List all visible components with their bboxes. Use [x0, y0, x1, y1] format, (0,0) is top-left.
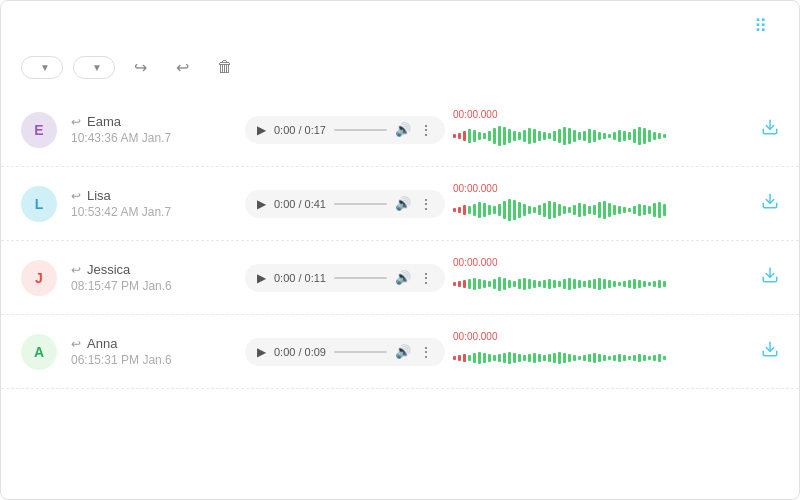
filter-contacts-dropdown[interactable]: ▼ — [21, 56, 63, 79]
play-button[interactable]: ▶ — [257, 197, 266, 211]
waveform-bar — [458, 133, 461, 139]
waveform-bar — [598, 132, 601, 140]
call-direction-icon: ↩ — [71, 263, 81, 277]
waveform-bar — [498, 277, 501, 291]
waveform-bar — [628, 208, 631, 212]
call-timestamp: 10:53:42 AM Jan.7 — [71, 205, 231, 219]
waveform-bar — [648, 206, 651, 214]
waveform-bar — [643, 128, 646, 144]
waveform-timestamp: 00:00.000 — [453, 109, 743, 120]
call-timestamp: 08:15:47 PM Jan.6 — [71, 279, 231, 293]
waveform-bar — [473, 353, 476, 363]
table-row: E↩Eama10:43:36 AM Jan.7▶0:00 / 0:17🔊⋮00:… — [1, 93, 799, 167]
waveform-bar — [453, 134, 456, 138]
waveform-bar — [498, 354, 501, 362]
play-button[interactable]: ▶ — [257, 123, 266, 137]
progress-bar[interactable] — [334, 351, 387, 353]
waveform-bar — [658, 202, 661, 218]
waveform-bar — [528, 206, 531, 214]
progress-bar[interactable] — [334, 277, 387, 279]
main-window: ⠿ ▼ ▼ ↪ ↩ 🗑 E↩Eama10:43:36 AM Jan.7▶0:00… — [0, 0, 800, 500]
waveform-bar — [588, 206, 591, 214]
waveform-bar — [478, 132, 481, 140]
waveform-bar — [633, 355, 636, 361]
waveform-bar — [488, 281, 491, 287]
waveform-bar — [603, 355, 606, 361]
back-button[interactable]: ↩ — [167, 51, 199, 83]
waveform-bar — [573, 355, 576, 361]
download-button[interactable] — [761, 340, 779, 363]
waveform-bar — [543, 355, 546, 361]
forward-button[interactable]: ↪ — [125, 51, 157, 83]
waveform-bar — [568, 278, 571, 290]
play-button[interactable]: ▶ — [257, 345, 266, 359]
grid-icon[interactable]: ⠿ — [754, 15, 769, 37]
waveform-bar — [623, 131, 626, 141]
waveform-bar — [523, 130, 526, 142]
call-info: ↩Lisa10:53:42 AM Jan.7 — [71, 188, 231, 219]
more-options-icon[interactable]: ⋮ — [419, 196, 433, 212]
filter-app-dropdown[interactable]: ▼ — [73, 56, 115, 79]
waveform-bar — [658, 133, 661, 139]
waveform-bar — [593, 205, 596, 215]
more-options-icon[interactable]: ⋮ — [419, 122, 433, 138]
volume-icon[interactable]: 🔊 — [395, 270, 411, 285]
waveform-bar — [598, 278, 601, 290]
calls-list: E↩Eama10:43:36 AM Jan.7▶0:00 / 0:17🔊⋮00:… — [1, 93, 799, 499]
waveform-bar — [603, 201, 606, 219]
waveform-bar — [468, 355, 471, 361]
chevron-down-icon: ▼ — [40, 62, 50, 73]
call-timestamp: 10:43:36 AM Jan.7 — [71, 131, 231, 145]
volume-icon[interactable]: 🔊 — [395, 122, 411, 137]
waveform-bar — [488, 354, 491, 362]
waveform-bar — [498, 126, 501, 146]
waveform-bar — [643, 355, 646, 361]
progress-bar[interactable] — [334, 203, 387, 205]
waveform-bar — [588, 354, 591, 362]
waveform-bar — [558, 129, 561, 143]
waveform-bar — [543, 203, 546, 217]
waveform-bar — [583, 204, 586, 216]
waveform-bar — [578, 203, 581, 217]
waveform-bar — [568, 207, 571, 213]
waveform-container: 00:00.000 — [453, 183, 743, 224]
waveform-bar — [538, 205, 541, 215]
waveform-bar — [643, 281, 646, 287]
title-bar-controls: ⠿ — [754, 15, 779, 37]
delete-button[interactable]: 🗑 — [209, 51, 241, 83]
waveform-bar — [613, 355, 616, 361]
download-button[interactable] — [761, 266, 779, 289]
waveform-bar — [548, 354, 551, 362]
volume-icon[interactable]: 🔊 — [395, 196, 411, 211]
waveform-bar — [563, 353, 566, 363]
audio-section: ▶0:00 / 0:17🔊⋮00:00.000 — [245, 109, 743, 150]
progress-bar[interactable] — [334, 129, 387, 131]
audio-section: ▶0:00 / 0:11🔊⋮00:00.000 — [245, 257, 743, 298]
audio-player: ▶0:00 / 0:17🔊⋮ — [245, 116, 445, 144]
waveform-bar — [548, 133, 551, 139]
waveform-bar — [618, 282, 621, 286]
back-icon: ↩ — [176, 58, 189, 77]
waveform-bar — [458, 355, 461, 361]
waveform-bar — [468, 129, 471, 143]
more-options-icon[interactable]: ⋮ — [419, 270, 433, 286]
playback-time: 0:00 / 0:11 — [274, 272, 326, 284]
waveform-bar — [508, 199, 511, 221]
download-button[interactable] — [761, 192, 779, 215]
waveform-bar — [558, 281, 561, 287]
download-button[interactable] — [761, 118, 779, 141]
waveform-bar — [628, 132, 631, 140]
waveform-bar — [633, 129, 636, 143]
waveform-bar — [528, 279, 531, 289]
more-options-icon[interactable]: ⋮ — [419, 344, 433, 360]
waveform-bar — [483, 353, 486, 363]
waveform-bar — [588, 129, 591, 143]
volume-icon[interactable]: 🔊 — [395, 344, 411, 359]
waveform-bar — [513, 281, 516, 287]
call-direction-icon: ↩ — [71, 115, 81, 129]
waveform-bar — [483, 133, 486, 139]
play-button[interactable]: ▶ — [257, 271, 266, 285]
waveform-bar — [518, 354, 521, 362]
waveform-bar — [618, 130, 621, 142]
audio-section: ▶0:00 / 0:41🔊⋮00:00.000 — [245, 183, 743, 224]
